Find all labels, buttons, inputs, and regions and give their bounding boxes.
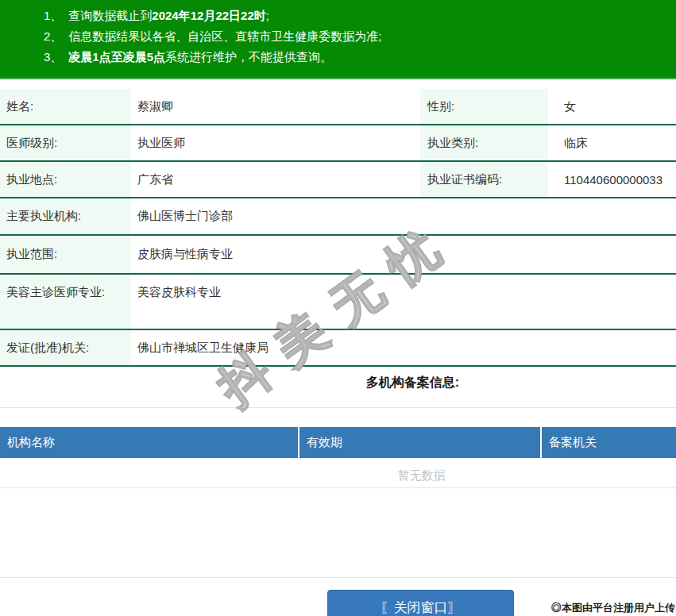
divider bbox=[0, 577, 676, 578]
notice-bold-text: 凌晨1点至凌晨5点 bbox=[68, 50, 165, 64]
table-row: 发证(批准)机关: 佛山市禅城区卫生健康局 bbox=[0, 330, 676, 367]
physician-query-result-page: 1、查询数据截止到2024年12月22日22时; 2、信息数据结果以各省、自治区… bbox=[0, 0, 676, 616]
notice-line-1: 1、查询数据截止到2024年12月22日22时; bbox=[0, 6, 676, 26]
table-row: 医师级别: 执业医师 执业类别: 临床 bbox=[0, 125, 676, 162]
practice-place-value: 广东省 bbox=[131, 162, 420, 197]
doctor-level-value: 执业医师 bbox=[131, 125, 420, 160]
practice-category-label: 执业类别: bbox=[420, 125, 548, 160]
notice-number: 3、 bbox=[44, 50, 62, 64]
notice-bold-text: 2024年12月22日22时 bbox=[152, 9, 265, 22]
notice-number: 1、 bbox=[44, 9, 62, 22]
notice-text: 查询数据截止到 bbox=[68, 9, 152, 22]
certificate-number-label: 执业证书编码: bbox=[420, 162, 548, 197]
beauty-specialty-value: 美容皮肤科专业 bbox=[131, 275, 676, 329]
practice-scope-label: 执业范围: bbox=[0, 236, 131, 273]
notice-line-2: 2、信息数据结果以各省、自治区、直辖市卫生健康委数据为准; bbox=[0, 26, 676, 47]
notice-line-3: 3、凌晨1点至凌晨5点系统进行维护，不能提供查询。 bbox=[0, 47, 676, 67]
practice-category-value: 临床 bbox=[548, 125, 676, 160]
registry-table-header: 机构名称 有效期 备案机关 bbox=[0, 427, 676, 458]
table-row: 执业范围: 皮肤病与性病专业 bbox=[0, 236, 676, 275]
name-label: 姓名: bbox=[0, 89, 131, 124]
main-org-value: 佛山医博士门诊部 bbox=[131, 198, 676, 234]
gender-value: 女 bbox=[548, 89, 676, 124]
multi-org-section-title: 多机构备案信息: bbox=[149, 372, 676, 393]
org-name-column-header: 机构名称 bbox=[0, 427, 298, 458]
table-row: 美容主诊医师专业: 美容皮肤科专业 bbox=[0, 275, 676, 330]
no-data-placeholder: 暂无数据 bbox=[167, 463, 676, 487]
table-row: 姓名: 蔡淑卿 性别: 女 bbox=[0, 89, 676, 125]
issuing-authority-value: 佛山市禅城区卫生健康局 bbox=[131, 330, 676, 365]
notice-text: 信息数据结果以各省、自治区、直辖市卫生健康委数据为准; bbox=[68, 29, 381, 43]
divider bbox=[0, 487, 676, 488]
notice-text: ; bbox=[266, 9, 269, 22]
close-window-button[interactable]: 〖关闭窗口〗 bbox=[327, 590, 514, 616]
upload-credit-text: ◎本图由平台注册用户上传 bbox=[551, 601, 675, 615]
validity-column-header: 有效期 bbox=[298, 427, 540, 458]
main-org-label: 主要执业机构: bbox=[0, 198, 131, 234]
table-row: 主要执业机构: 佛山医博士门诊部 bbox=[0, 198, 676, 236]
doctor-level-label: 医师级别: bbox=[0, 125, 131, 160]
gender-label: 性别: bbox=[420, 89, 548, 124]
issuing-authority-label: 发证(批准)机关: bbox=[0, 330, 131, 365]
name-value: 蔡淑卿 bbox=[131, 89, 420, 124]
doctor-info-table: 姓名: 蔡淑卿 性别: 女 医师级别: 执业医师 执业类别: 临床 执业地点: … bbox=[0, 89, 676, 367]
notice-number: 2、 bbox=[44, 29, 62, 43]
notice-banner: 1、查询数据截止到2024年12月22日22时; 2、信息数据结果以各省、自治区… bbox=[0, 0, 676, 79]
notice-text: 系统进行维护，不能提供查询。 bbox=[165, 50, 332, 64]
divider bbox=[0, 407, 676, 408]
practice-place-label: 执业地点: bbox=[0, 162, 131, 197]
beauty-specialty-label: 美容主诊医师专业: bbox=[0, 275, 131, 329]
table-row: 执业地点: 广东省 执业证书编码: 110440600000033 bbox=[0, 162, 676, 198]
practice-scope-value: 皮肤病与性病专业 bbox=[131, 236, 676, 273]
certificate-number-value: 110440600000033 bbox=[548, 162, 676, 197]
record-authority-column-header: 备案机关 bbox=[540, 427, 676, 458]
